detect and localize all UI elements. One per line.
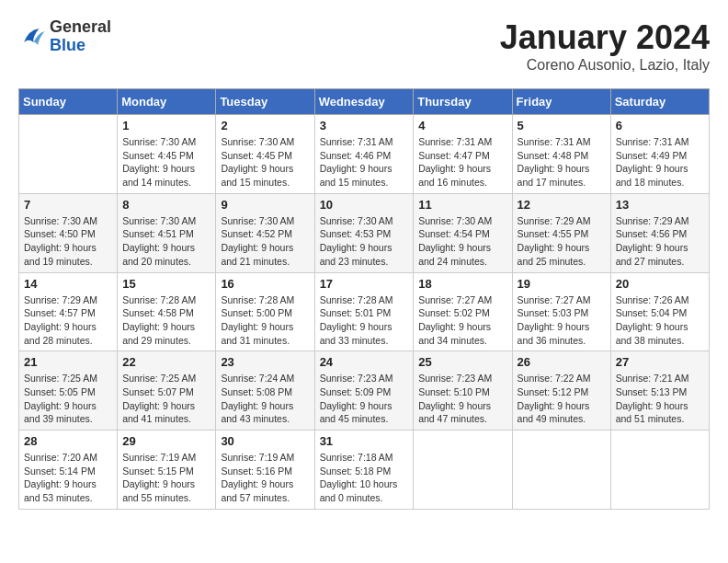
calendar-cell: 24Sunrise: 7:23 AMSunset: 5:09 PMDayligh… <box>314 351 414 431</box>
day-number: 19 <box>518 277 606 291</box>
day-number: 27 <box>616 355 704 369</box>
day-info: Sunrise: 7:28 AMSunset: 4:58 PMDaylight:… <box>122 293 210 348</box>
logo: General Blue <box>18 18 111 55</box>
weekday-header-friday: Friday <box>512 89 610 115</box>
day-number: 8 <box>122 198 210 212</box>
week-row-4: 21Sunrise: 7:25 AMSunset: 5:05 PMDayligh… <box>19 351 710 431</box>
weekday-header-tuesday: Tuesday <box>216 89 314 115</box>
day-number: 20 <box>616 277 704 291</box>
header: General Blue January 2024 Coreno Ausonio… <box>18 18 710 74</box>
day-info: Sunrise: 7:22 AMSunset: 5:12 PMDaylight:… <box>518 372 606 426</box>
calendar-cell: 5Sunrise: 7:31 AMSunset: 4:48 PMDaylight… <box>512 115 610 194</box>
day-info: Sunrise: 7:20 AMSunset: 5:14 PMDaylight:… <box>24 451 112 505</box>
logo-blue: Blue <box>50 37 111 55</box>
calendar-cell: 31Sunrise: 7:18 AMSunset: 5:18 PMDayligh… <box>314 431 414 510</box>
calendar: SundayMondayTuesdayWednesdayThursdayFrid… <box>18 88 710 510</box>
day-number: 6 <box>616 119 704 132</box>
day-number: 5 <box>518 119 606 132</box>
title-section: January 2024 Coreno Ausonio, Lazio, Ital… <box>500 18 710 74</box>
calendar-cell: 25Sunrise: 7:23 AMSunset: 5:10 PMDayligh… <box>414 351 512 431</box>
day-info: Sunrise: 7:31 AMSunset: 4:46 PMDaylight:… <box>320 135 409 190</box>
day-number: 12 <box>518 198 606 212</box>
day-number: 3 <box>320 119 409 132</box>
day-info: Sunrise: 7:23 AMSunset: 5:10 PMDaylight:… <box>418 372 506 426</box>
week-row-2: 7Sunrise: 7:30 AMSunset: 4:50 PMDaylight… <box>19 193 710 272</box>
day-number: 25 <box>418 355 506 369</box>
calendar-cell: 28Sunrise: 7:20 AMSunset: 5:14 PMDayligh… <box>19 431 118 510</box>
day-info: Sunrise: 7:30 AMSunset: 4:53 PMDaylight:… <box>320 214 409 269</box>
day-info: Sunrise: 7:30 AMSunset: 4:45 PMDaylight:… <box>221 135 309 190</box>
weekday-header-thursday: Thursday <box>414 89 512 115</box>
day-info: Sunrise: 7:30 AMSunset: 4:54 PMDaylight:… <box>418 214 506 269</box>
day-number: 26 <box>518 355 606 369</box>
calendar-cell: 29Sunrise: 7:19 AMSunset: 5:15 PMDayligh… <box>118 431 216 510</box>
logo-general: General <box>50 18 111 37</box>
day-info: Sunrise: 7:31 AMSunset: 4:48 PMDaylight:… <box>518 135 606 190</box>
calendar-cell: 14Sunrise: 7:29 AMSunset: 4:57 PMDayligh… <box>19 272 118 351</box>
calendar-cell: 15Sunrise: 7:28 AMSunset: 4:58 PMDayligh… <box>118 272 216 351</box>
calendar-cell: 20Sunrise: 7:26 AMSunset: 5:04 PMDayligh… <box>610 272 709 351</box>
calendar-cell: 19Sunrise: 7:27 AMSunset: 5:03 PMDayligh… <box>512 272 610 351</box>
calendar-cell: 6Sunrise: 7:31 AMSunset: 4:49 PMDaylight… <box>610 115 709 194</box>
calendar-cell: 4Sunrise: 7:31 AMSunset: 4:47 PMDaylight… <box>414 115 512 194</box>
day-info: Sunrise: 7:23 AMSunset: 5:09 PMDaylight:… <box>320 372 409 426</box>
day-number: 4 <box>418 119 506 132</box>
day-number: 24 <box>320 355 409 369</box>
day-number: 10 <box>320 198 409 212</box>
calendar-cell: 23Sunrise: 7:24 AMSunset: 5:08 PMDayligh… <box>216 351 314 431</box>
logo-text: General Blue <box>50 18 111 55</box>
day-number: 7 <box>24 198 112 212</box>
day-info: Sunrise: 7:29 AMSunset: 4:57 PMDaylight:… <box>24 293 112 348</box>
day-number: 17 <box>320 277 409 291</box>
day-info: Sunrise: 7:21 AMSunset: 5:13 PMDaylight:… <box>616 372 704 426</box>
calendar-cell <box>610 431 709 510</box>
day-info: Sunrise: 7:30 AMSunset: 4:45 PMDaylight:… <box>122 135 210 190</box>
calendar-cell: 27Sunrise: 7:21 AMSunset: 5:13 PMDayligh… <box>610 351 709 431</box>
calendar-cell: 30Sunrise: 7:19 AMSunset: 5:16 PMDayligh… <box>216 431 314 510</box>
day-number: 31 <box>320 434 409 448</box>
day-info: Sunrise: 7:27 AMSunset: 5:03 PMDaylight:… <box>518 293 606 348</box>
day-info: Sunrise: 7:29 AMSunset: 4:56 PMDaylight:… <box>616 214 704 269</box>
bird-icon <box>18 23 46 51</box>
day-number: 22 <box>122 355 210 369</box>
day-number: 9 <box>221 198 309 212</box>
day-number: 28 <box>24 434 112 448</box>
calendar-cell: 8Sunrise: 7:30 AMSunset: 4:51 PMDaylight… <box>118 193 216 272</box>
calendar-cell: 2Sunrise: 7:30 AMSunset: 4:45 PMDaylight… <box>216 115 314 194</box>
day-info: Sunrise: 7:28 AMSunset: 5:00 PMDaylight:… <box>221 293 309 348</box>
calendar-cell: 13Sunrise: 7:29 AMSunset: 4:56 PMDayligh… <box>610 193 709 272</box>
month-title: January 2024 <box>500 18 710 57</box>
day-info: Sunrise: 7:30 AMSunset: 4:50 PMDaylight:… <box>24 214 112 269</box>
calendar-cell: 16Sunrise: 7:28 AMSunset: 5:00 PMDayligh… <box>216 272 314 351</box>
calendar-cell: 26Sunrise: 7:22 AMSunset: 5:12 PMDayligh… <box>512 351 610 431</box>
day-info: Sunrise: 7:31 AMSunset: 4:47 PMDaylight:… <box>418 135 506 190</box>
day-number: 30 <box>221 434 309 448</box>
calendar-cell <box>19 115 118 194</box>
weekday-header-row: SundayMondayTuesdayWednesdayThursdayFrid… <box>19 89 710 115</box>
day-number: 14 <box>24 277 112 291</box>
day-info: Sunrise: 7:18 AMSunset: 5:18 PMDaylight:… <box>320 451 409 505</box>
calendar-cell <box>512 431 610 510</box>
week-row-3: 14Sunrise: 7:29 AMSunset: 4:57 PMDayligh… <box>19 272 710 351</box>
weekday-header-wednesday: Wednesday <box>314 89 414 115</box>
day-number: 23 <box>221 355 309 369</box>
day-info: Sunrise: 7:28 AMSunset: 5:01 PMDaylight:… <box>320 293 409 348</box>
calendar-cell: 21Sunrise: 7:25 AMSunset: 5:05 PMDayligh… <box>19 351 118 431</box>
calendar-cell: 17Sunrise: 7:28 AMSunset: 5:01 PMDayligh… <box>314 272 414 351</box>
day-number: 13 <box>616 198 704 212</box>
day-number: 29 <box>122 434 210 448</box>
calendar-cell: 12Sunrise: 7:29 AMSunset: 4:55 PMDayligh… <box>512 193 610 272</box>
day-info: Sunrise: 7:31 AMSunset: 4:49 PMDaylight:… <box>616 135 704 190</box>
day-info: Sunrise: 7:26 AMSunset: 5:04 PMDaylight:… <box>616 293 704 348</box>
calendar-cell: 1Sunrise: 7:30 AMSunset: 4:45 PMDaylight… <box>118 115 216 194</box>
day-number: 2 <box>221 119 309 132</box>
day-number: 21 <box>24 355 112 369</box>
day-number: 1 <box>122 119 210 132</box>
calendar-cell: 18Sunrise: 7:27 AMSunset: 5:02 PMDayligh… <box>414 272 512 351</box>
calendar-cell: 7Sunrise: 7:30 AMSunset: 4:50 PMDaylight… <box>19 193 118 272</box>
day-number: 18 <box>418 277 506 291</box>
day-number: 11 <box>418 198 506 212</box>
day-info: Sunrise: 7:30 AMSunset: 4:52 PMDaylight:… <box>221 214 309 269</box>
day-number: 16 <box>221 277 309 291</box>
location-title: Coreno Ausonio, Lazio, Italy <box>500 57 710 74</box>
